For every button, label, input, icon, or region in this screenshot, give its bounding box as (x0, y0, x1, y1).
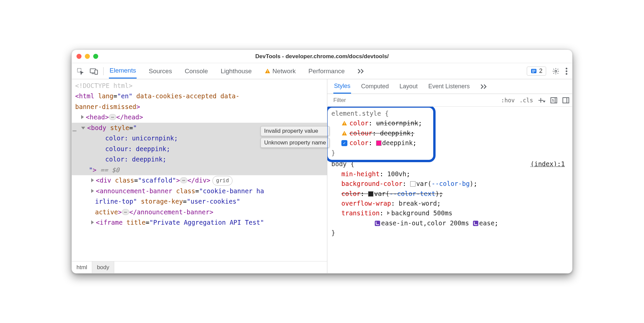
issues-badge[interactable]: 2 (527, 67, 546, 76)
subtab-computed[interactable]: Computed (360, 80, 389, 93)
dom-head[interactable]: <head>⋯</head> (72, 112, 327, 122)
window-title: DevTools - developer.chrome.com/docs/dev… (72, 53, 572, 60)
titlebar: DevTools - developer.chrome.com/docs/dev… (72, 50, 572, 63)
bezier-editor-icon[interactable] (473, 221, 478, 226)
maximize-window-button[interactable] (93, 54, 98, 59)
dom-doctype[interactable]: <!DOCTYPE html> (72, 81, 327, 91)
svg-rect-20 (344, 124, 345, 125)
color-swatch-icon[interactable] (368, 191, 373, 197)
settings-gear-icon[interactable] (552, 68, 559, 75)
dom-html-open[interactable]: <html lang="en" data-cookies-accepted da… (72, 91, 327, 101)
subtab-layout[interactable]: Layout (399, 80, 418, 93)
svg-rect-5 (267, 72, 268, 73)
crumb-body[interactable]: body (92, 261, 114, 273)
color-swatch-icon[interactable] (376, 140, 381, 146)
svg-rect-3 (95, 70, 98, 74)
content-area: ⋯ Invalid property value Unknown propert… (72, 79, 572, 273)
hov-toggle[interactable]: :hov (501, 97, 515, 104)
warning-icon (341, 120, 347, 126)
kebab-menu-icon[interactable] (566, 68, 568, 75)
expand-arrow-icon[interactable] (387, 211, 390, 215)
svg-rect-19 (344, 122, 345, 124)
prop-color-unicornpink[interactable]: color: unicornpink; (331, 118, 568, 128)
prop-colour-deeppink[interactable]: colour: deeppink; (331, 128, 568, 138)
overflow-dots-icon[interactable]: ⋯ (72, 127, 76, 135)
tab-network[interactable]: Network (264, 64, 297, 78)
warning-tooltips: Invalid property value Unknown property … (261, 126, 330, 148)
devtools-window: DevTools - developer.chrome.com/docs/dev… (71, 49, 573, 274)
tooltip-invalid-value: Invalid property value (261, 126, 330, 136)
subtab-event-listeners[interactable]: Event Listeners (428, 80, 470, 93)
element-style-selector: element.style { (331, 109, 568, 118)
main-tabs: Elements Sources Console Lighthouse Netw… (109, 64, 527, 79)
body-rule[interactable]: (index):1 body { min-height: 100vh; back… (331, 159, 568, 238)
source-link[interactable]: (index):1 (530, 159, 565, 169)
computed-styles-toggle-icon[interactable] (550, 97, 557, 104)
dom-tree[interactable]: <!DOCTYPE html> <html lang="en" data-coo… (72, 79, 327, 261)
cls-toggle[interactable]: .cls (519, 97, 533, 104)
prop-min-height[interactable]: min-height: 100vh; (331, 169, 568, 179)
styles-subtabs: Styles Computed Layout Event Listeners (327, 79, 572, 94)
svg-rect-8 (532, 71, 535, 72)
crumb-html[interactable]: html (72, 261, 92, 273)
dom-div-scaffold[interactable]: <div class="scaffold">⋯</div>grid (72, 175, 327, 186)
tab-sources[interactable]: Sources (148, 64, 173, 78)
dom-iframe[interactable]: <iframe title="Private Aggregation API T… (72, 217, 327, 228)
more-tabs-icon[interactable] (357, 68, 365, 74)
element-style-rule[interactable]: element.style { color: unicornpink; colo… (331, 109, 568, 158)
toggle-sidebar-icon[interactable] (562, 97, 570, 104)
tab-elements[interactable]: Elements (109, 64, 137, 79)
svg-point-12 (566, 70, 568, 72)
bezier-editor-icon[interactable] (375, 221, 380, 226)
tab-lighthouse[interactable]: Lighthouse (220, 64, 253, 78)
dom-announcement-3[interactable]: active>⋯</announcement-banner> (72, 207, 327, 217)
warning-icon (265, 68, 271, 74)
prop-transition[interactable]: transition: background 500ms (331, 208, 568, 218)
prop-transition-cont[interactable]: ease-in-out,color 200ms ease; (331, 218, 568, 228)
prop-overflow-wrap[interactable]: overflow-wrap: break-word; (331, 199, 568, 208)
prop-background-color[interactable]: background-color: var(--color-bg); (331, 179, 568, 189)
tab-console[interactable]: Console (184, 64, 209, 78)
filter-row: :hov .cls (327, 94, 572, 107)
main-toolbar: Elements Sources Console Lighthouse Netw… (72, 63, 572, 79)
svg-rect-4 (267, 70, 268, 72)
svg-rect-21 (344, 132, 345, 134)
prop-color-deeppink[interactable]: ✓ color: deeppink; (331, 138, 568, 148)
dom-body-style-3[interactable]: color: deeppink; (72, 154, 327, 165)
checkbox-icon[interactable]: ✓ (341, 140, 347, 146)
color-swatch-icon[interactable] (410, 181, 416, 187)
traffic-lights (76, 54, 98, 59)
dom-announcement-1[interactable]: <announcement-banner class="cookie-banne… (72, 186, 327, 196)
svg-rect-7 (532, 70, 535, 71)
svg-rect-22 (344, 134, 345, 135)
dom-body-open-end[interactable]: "> == $0 (72, 165, 327, 175)
inspect-element-icon[interactable] (76, 68, 84, 75)
breadcrumb: html body (72, 261, 327, 273)
close-window-button[interactable] (76, 54, 82, 59)
tab-performance[interactable]: Performance (308, 64, 345, 78)
dom-announcement-2[interactable]: irline-top" storage-key="user-cookies" (72, 196, 327, 207)
prop-color-overridden[interactable]: color: var(--color-text); (331, 189, 568, 199)
svg-rect-16 (551, 98, 557, 103)
warning-icon (341, 130, 347, 136)
svg-rect-17 (563, 98, 569, 103)
styles-panel: Styles Computed Layout Event Listeners :… (327, 79, 572, 273)
new-style-rule-icon[interactable] (538, 97, 545, 103)
svg-point-11 (566, 68, 568, 69)
minimize-window-button[interactable] (85, 54, 90, 59)
tooltip-unknown-prop: Unknown property name (261, 138, 330, 148)
svg-point-10 (555, 70, 557, 72)
elements-panel: ⋯ Invalid property value Unknown propert… (72, 79, 327, 273)
dom-html-open-2[interactable]: banner-dismissed> (72, 102, 327, 112)
filter-input[interactable] (333, 97, 496, 104)
svg-point-13 (566, 73, 568, 75)
device-toggle-icon[interactable] (90, 68, 98, 75)
issues-icon (530, 68, 537, 74)
subtab-styles[interactable]: Styles (333, 80, 351, 94)
more-subtabs-icon[interactable] (480, 84, 488, 90)
styles-body[interactable]: element.style { color: unicornpink; colo… (327, 107, 572, 273)
svg-rect-9 (532, 72, 534, 73)
